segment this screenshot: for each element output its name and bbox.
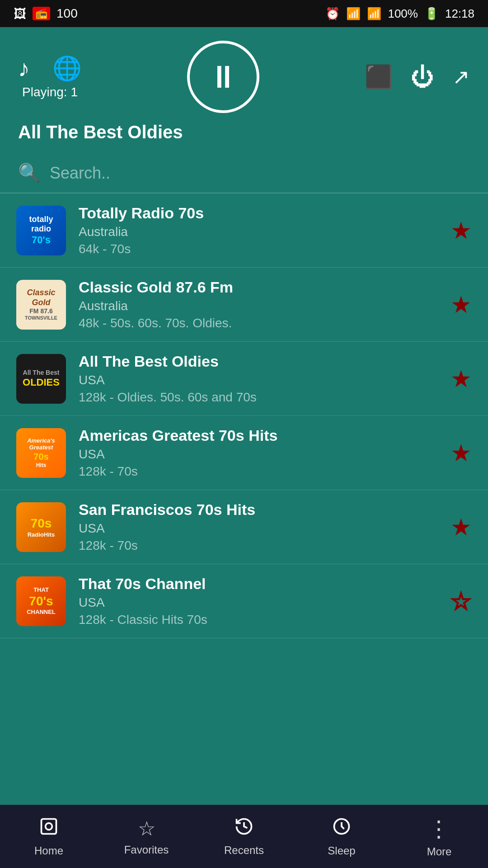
station-logo-0: totally radio 70's <box>16 206 66 255</box>
station-meta-1: 48k - 50s. 60s. 70s. Oldies. <box>79 316 438 330</box>
signal-number: 100 <box>56 6 78 21</box>
station-name-1: Classic Gold 87.6 Fm <box>79 278 438 296</box>
controls-row: ♪ 🌐 Playing: 1 ⏸ ⬛ ⏻ ↗ <box>18 41 470 113</box>
share-icon[interactable]: ↗ <box>452 65 470 89</box>
wifi-icon: 📶 <box>346 7 361 21</box>
station-country-0: Australia <box>79 225 438 239</box>
status-left: 🖼 📻 100 <box>14 6 78 21</box>
nav-favorites-label: Favorites <box>124 844 169 856</box>
station-meta-4: 128k - 70s <box>79 538 438 553</box>
station-name-2: All The Best Oldies <box>79 353 438 370</box>
playing-label: Playing: 1 <box>22 85 78 99</box>
station-country-4: USA <box>79 521 438 536</box>
station-country-2: USA <box>79 373 438 387</box>
header: ♪ 🌐 Playing: 1 ⏸ ⬛ ⏻ ↗ All The Best Oldi… <box>0 27 488 153</box>
left-controls: ♪ 🌐 Playing: 1 <box>18 55 82 99</box>
nav-home-label: Home <box>34 844 63 857</box>
station-meta-3: 128k - 70s <box>79 464 438 479</box>
home-icon <box>39 816 59 841</box>
station-name-3: Americas Greatest 70s Hits <box>79 427 438 444</box>
favorite-star-2[interactable]: ★ <box>450 365 472 392</box>
pause-button[interactable]: ⏸ <box>187 41 259 113</box>
favorite-star-0[interactable]: ★ <box>450 217 472 244</box>
battery-icon: 🔋 <box>424 7 439 21</box>
signal-bars-icon: 📶 <box>367 7 381 21</box>
page-title: All The Best Oldies <box>18 118 470 144</box>
battery-percent: 100% <box>388 7 418 21</box>
station-info-1: Classic Gold 87.6 Fm Australia 48k - 50s… <box>79 278 438 330</box>
more-icon: ⋮ <box>427 816 451 842</box>
alarm-icon: ⏰ <box>325 7 340 21</box>
nav-recents-label: Recents <box>224 844 264 857</box>
station-info-2: All The Best Oldies USA 128k - Oldies. 5… <box>79 353 438 405</box>
favorite-star-1[interactable]: ★ <box>450 291 472 318</box>
favorites-icon: ☆ <box>138 817 155 840</box>
station-name-0: Totally Radio 70s <box>79 204 438 222</box>
power-icon[interactable]: ⏻ <box>411 63 434 90</box>
stop-icon[interactable]: ⬛ <box>365 64 393 90</box>
station-info-5: That 70s Channel USA 128k - Classic Hits… <box>79 575 438 627</box>
search-bar[interactable]: 🔍 <box>0 153 488 193</box>
station-meta-2: 128k - Oldies. 50s. 60s and 70s <box>79 390 438 405</box>
nav-recents[interactable]: Recents <box>195 816 293 857</box>
status-bar: 🖼 📻 100 ⏰ 📶 📶 100% 🔋 12:18 <box>0 0 488 27</box>
station-name-5: That 70s Channel <box>79 575 438 593</box>
station-meta-0: 64k - 70s <box>79 242 438 256</box>
nav-home[interactable]: Home <box>0 816 98 857</box>
radio-list: totally radio 70's Totally Radio 70s Aus… <box>0 193 488 804</box>
nav-sleep-label: Sleep <box>328 844 355 857</box>
photo-icon: 🖼 <box>14 6 26 21</box>
pause-icon: ⏸ <box>207 59 239 95</box>
favorite-star-4[interactable]: ★ <box>450 514 472 541</box>
favorite-star-3[interactable]: ★ <box>450 439 472 467</box>
svg-point-1 <box>46 823 52 830</box>
list-item[interactable]: 70s RadioHits San Franciscos 70s Hits US… <box>0 490 488 564</box>
sleep-icon <box>332 816 352 841</box>
left-icons: ♪ 🌐 <box>18 55 82 82</box>
music-icon[interactable]: ♪ <box>18 55 30 82</box>
svg-rect-0 <box>42 819 56 834</box>
nav-more-label: More <box>427 845 452 858</box>
station-info-3: Americas Greatest 70s Hits USA 128k - 70… <box>79 427 438 479</box>
station-country-5: USA <box>79 595 438 610</box>
list-item[interactable]: THAT 70's CHANNEL That 70s Channel USA 1… <box>0 564 488 638</box>
station-logo-1: Classic Gold FM 87.6 TOWNSVILLE <box>16 280 66 330</box>
station-name-4: San Franciscos 70s Hits <box>79 501 438 519</box>
station-meta-5: 128k - Classic Hits 70s <box>79 613 438 627</box>
nav-favorites[interactable]: ☆ Favorites <box>98 817 195 856</box>
search-icon: 🔍 <box>18 162 41 184</box>
station-logo-3: America's Greatest 70s Hits <box>16 428 66 478</box>
list-item[interactable]: Classic Gold FM 87.6 TOWNSVILLE Classic … <box>0 268 488 342</box>
nav-more[interactable]: ⋮ More <box>390 816 488 858</box>
clock-time: 12:18 <box>445 7 474 21</box>
station-logo-2: All The Best OLDIES <box>16 354 66 404</box>
station-country-3: USA <box>79 447 438 462</box>
favorite-star-5[interactable]: ☆ <box>450 588 472 615</box>
station-logo-4: 70s RadioHits <box>16 502 66 552</box>
radio-app-icon: 📻 <box>33 7 50 20</box>
globe-icon[interactable]: 🌐 <box>52 55 82 82</box>
bottom-nav: Home ☆ Favorites Recents Sleep ⋮ More <box>0 805 488 868</box>
nav-sleep[interactable]: Sleep <box>293 816 390 857</box>
station-country-1: Australia <box>79 299 438 313</box>
station-info-0: Totally Radio 70s Australia 64k - 70s <box>79 204 438 256</box>
list-item[interactable]: All The Best OLDIES All The Best Oldies … <box>0 342 488 416</box>
station-logo-5: THAT 70's CHANNEL <box>16 576 66 626</box>
status-right: ⏰ 📶 📶 100% 🔋 12:18 <box>325 7 474 21</box>
list-item[interactable]: totally radio 70's Totally Radio 70s Aus… <box>0 193 488 268</box>
list-item[interactable]: America's Greatest 70s Hits Americas Gre… <box>0 416 488 490</box>
station-info-4: San Franciscos 70s Hits USA 128k - 70s <box>79 501 438 553</box>
right-controls: ⬛ ⏻ ↗ <box>365 63 470 90</box>
search-input[interactable] <box>50 164 470 183</box>
recents-icon <box>234 816 254 840</box>
